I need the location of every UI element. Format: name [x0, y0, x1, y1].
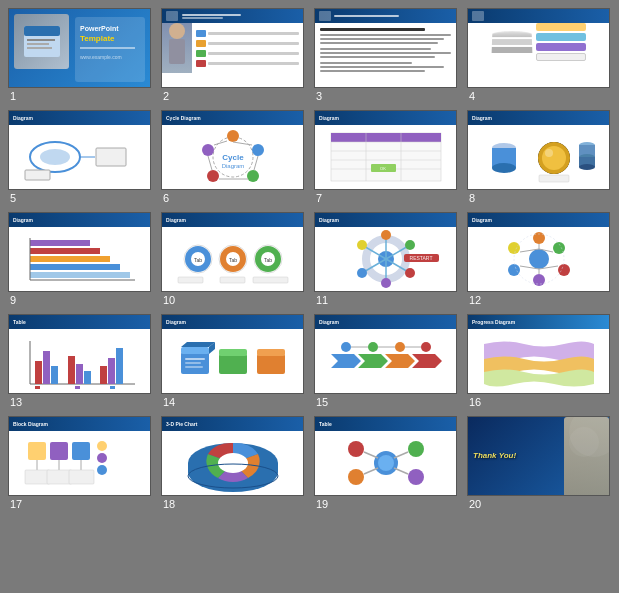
- slide-item-16: Progress Diagram 16: [467, 314, 612, 408]
- svg-rect-8: [80, 47, 135, 49]
- slide-item-7: Diagram OK: [314, 110, 459, 204]
- slide-item-5: Diagram 5: [8, 110, 153, 204]
- slide9-label: Diagram: [13, 217, 33, 223]
- slide-thumb-8[interactable]: Diagram: [467, 110, 610, 190]
- slide-item-2: 2: [161, 8, 306, 102]
- slide7-label: Diagram: [319, 115, 339, 121]
- svg-rect-69: [178, 277, 203, 283]
- slide12-label: Diagram: [472, 217, 492, 223]
- svg-rect-15: [96, 148, 126, 166]
- svg-point-149: [97, 465, 107, 475]
- slide-thumb-15[interactable]: Diagram: [314, 314, 457, 394]
- svg-rect-3: [27, 43, 49, 45]
- slide-thumb-7[interactable]: Diagram OK: [314, 110, 457, 190]
- svg-marker-128: [358, 354, 388, 368]
- slide-number-3: 3: [314, 90, 322, 102]
- slide5-label: Diagram: [13, 115, 33, 121]
- svg-point-51: [579, 164, 595, 170]
- svg-point-45: [542, 146, 566, 170]
- slide14-label: Diagram: [166, 319, 186, 325]
- slide-thumb-10[interactable]: Diagram Tab Tab Tab: [161, 212, 304, 292]
- svg-rect-145: [47, 470, 72, 484]
- slide11-label: Diagram: [319, 217, 339, 223]
- svg-rect-104: [35, 361, 42, 384]
- svg-rect-111: [108, 358, 115, 384]
- svg-rect-113: [35, 386, 40, 389]
- slide-thumb-9[interactable]: Diagram: [8, 212, 151, 292]
- svg-rect-112: [116, 348, 123, 384]
- svg-point-132: [368, 342, 378, 352]
- slide-thumb-11[interactable]: Diagram: [314, 212, 457, 292]
- svg-point-23: [207, 170, 219, 182]
- slide-item-8: Diagram: [467, 110, 612, 204]
- slide-item-14: Diagram: [161, 314, 306, 408]
- slide-thumb-14[interactable]: Diagram: [161, 314, 304, 394]
- slide-number-9: 9: [8, 294, 16, 306]
- slide-thumb-17[interactable]: Block Diagram: [8, 416, 151, 496]
- svg-rect-105: [43, 351, 50, 384]
- slide-thumb-3[interactable]: [314, 8, 457, 88]
- svg-text:Tab: Tab: [193, 257, 201, 263]
- svg-line-25: [233, 142, 252, 145]
- slide-number-18: 18: [161, 498, 175, 510]
- slide-thumb-16[interactable]: Progress Diagram: [467, 314, 610, 394]
- svg-text:Cycle: Cycle: [222, 153, 244, 162]
- slide-item-6: Cycle Diagram Cycle Diagram: [161, 110, 306, 204]
- slide-number-16: 16: [467, 396, 481, 408]
- slide-thumb-19[interactable]: Table: [314, 416, 457, 496]
- svg-point-92: [533, 274, 545, 286]
- svg-rect-106: [51, 366, 58, 384]
- slide-thumb-6[interactable]: Cycle Diagram Cycle Diagram: [161, 110, 304, 190]
- svg-rect-121: [219, 349, 247, 356]
- slide-thumb-5[interactable]: Diagram: [8, 110, 151, 190]
- slide-number-20: 20: [467, 498, 481, 510]
- slide-item-4: 4: [467, 8, 612, 102]
- slide-number-4: 4: [467, 90, 475, 102]
- svg-rect-70: [220, 277, 245, 283]
- slide-thumb-2[interactable]: [161, 8, 304, 88]
- slide-thumb-12[interactable]: Diagram: [467, 212, 610, 292]
- svg-point-93: [508, 264, 520, 276]
- svg-point-20: [227, 130, 239, 142]
- svg-marker-54: [30, 264, 120, 270]
- svg-point-84: [357, 268, 367, 278]
- svg-marker-129: [385, 354, 415, 368]
- svg-point-13: [40, 149, 70, 165]
- svg-rect-126: [185, 366, 203, 368]
- svg-rect-11: [169, 39, 185, 64]
- slide-number-15: 15: [314, 396, 328, 408]
- svg-point-80: [381, 230, 391, 240]
- slide-grid: PowerPoint Template www.example.com 1: [8, 8, 611, 510]
- svg-rect-139: [50, 442, 68, 460]
- svg-rect-52: [539, 175, 569, 182]
- svg-rect-16: [25, 170, 50, 180]
- slide-item-18: 3-D Pie Chart: [161, 416, 306, 510]
- slide-thumb-1[interactable]: PowerPoint Template www.example.com: [8, 8, 151, 88]
- svg-rect-140: [72, 442, 90, 460]
- slide-item-10: Diagram Tab Tab Tab: [161, 212, 306, 306]
- slide-thumb-4[interactable]: [467, 8, 610, 88]
- slide17-label: Block Diagram: [13, 421, 48, 427]
- svg-point-85: [357, 240, 367, 250]
- svg-rect-123: [257, 349, 285, 356]
- slide16-label: Progress Diagram: [472, 319, 515, 325]
- slide-thumb-20[interactable]: Thank You!: [467, 416, 610, 496]
- svg-point-131: [341, 342, 351, 352]
- slide-thumb-13[interactable]: Table: [8, 314, 151, 394]
- svg-rect-1: [24, 26, 60, 36]
- svg-rect-107: [68, 356, 75, 384]
- svg-rect-108: [76, 364, 83, 384]
- svg-line-26: [254, 156, 258, 170]
- svg-point-91: [558, 264, 570, 276]
- slide-thumb-18[interactable]: 3-D Pie Chart: [161, 416, 304, 496]
- slide-item-17: Block Diagram: [8, 416, 153, 510]
- svg-point-148: [97, 453, 107, 463]
- svg-point-154: [378, 455, 394, 471]
- slide-item-13: Table: [8, 314, 153, 408]
- svg-point-81: [405, 240, 415, 250]
- slide19-label: Table: [319, 421, 332, 427]
- slide10-label: Diagram: [166, 217, 186, 223]
- slide18-label: 3-D Pie Chart: [166, 421, 197, 427]
- slide-item-19: Table: [314, 416, 459, 510]
- svg-rect-114: [75, 386, 80, 389]
